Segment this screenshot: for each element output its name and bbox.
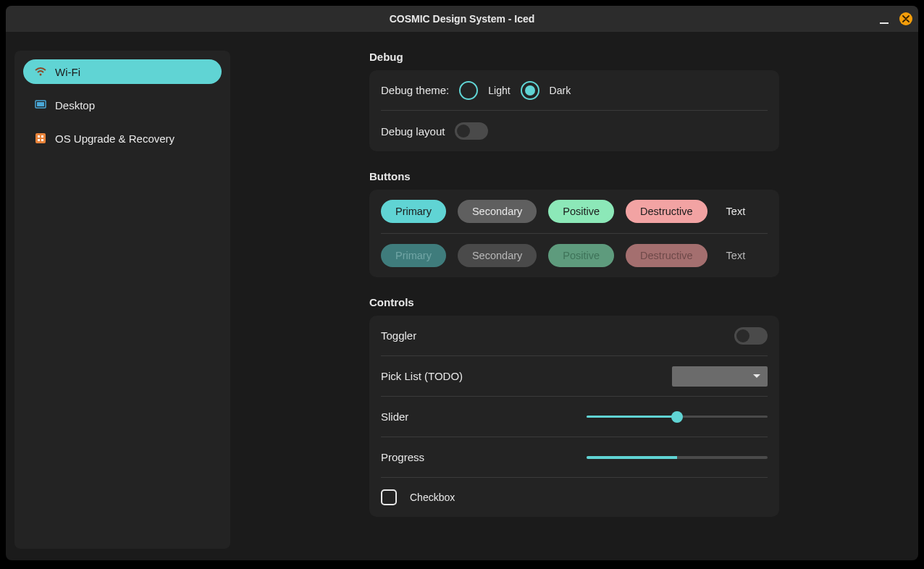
sidebar-item-label: OS Upgrade & Recovery [55, 132, 175, 145]
radio-dark[interactable] [521, 81, 539, 100]
positive-button[interactable]: Positive [548, 200, 614, 223]
main-content: Debug Debug theme: Light Dark Debug layo… [239, 51, 910, 549]
app-window: COSMIC Design System - Iced Wi-Fi [6, 6, 918, 560]
buttons-disabled-row: Primary Secondary Positive Destructive T… [381, 234, 768, 277]
progress-bar [587, 456, 768, 459]
toggler-toggle[interactable] [734, 327, 768, 345]
minimize-button[interactable] [878, 12, 891, 25]
picklist-label: Pick List (TODO) [381, 370, 463, 382]
radio-light-label: Light [488, 85, 510, 96]
checkbox-label: Checkbox [410, 492, 455, 503]
toggle-handle [457, 125, 470, 138]
text-button[interactable]: Text [719, 200, 753, 223]
progress-label: Progress [381, 451, 424, 463]
slider-row: Slider [381, 397, 768, 437]
sidebar-item-wifi[interactable]: Wi-Fi [23, 59, 222, 84]
sidebar-item-label: Desktop [55, 99, 95, 111]
primary-button-disabled: Primary [381, 244, 446, 267]
svg-rect-3 [35, 133, 46, 143]
svg-rect-6 [38, 139, 40, 141]
slider-label: Slider [381, 410, 408, 423]
destructive-button-disabled: Destructive [626, 244, 707, 267]
svg-rect-4 [38, 135, 40, 138]
app-body: Wi-Fi Desktop OS Upgrade & Recovery Debu… [6, 32, 918, 560]
text-button-disabled: Text [719, 244, 753, 267]
checkbox-row: Checkbox [381, 478, 768, 517]
slider[interactable] [587, 411, 768, 423]
minimize-icon [880, 22, 889, 24]
radio-light[interactable] [459, 81, 478, 100]
toggle-handle [736, 329, 749, 342]
destructive-button[interactable]: Destructive [626, 200, 707, 223]
section-title-controls: Controls [369, 296, 779, 308]
sidebar-item-label: Wi-Fi [55, 66, 80, 78]
controls-card: Toggler Pick List (TODO) Slider [369, 316, 779, 517]
debug-layout-toggle[interactable] [455, 122, 488, 140]
picklist-row: Pick List (TODO) [381, 356, 768, 397]
primary-button[interactable]: Primary [381, 200, 446, 223]
sidebar: Wi-Fi Desktop OS Upgrade & Recovery [14, 51, 230, 549]
buttons-card: Primary Secondary Positive Destructive T… [369, 190, 779, 277]
debug-layout-label: Debug layout [381, 125, 445, 138]
close-button[interactable] [899, 12, 912, 25]
debug-card: Debug theme: Light Dark Debug layout [369, 70, 779, 151]
progress-fill [587, 456, 677, 459]
debug-theme-label: Debug theme: [381, 84, 449, 96]
sidebar-item-desktop[interactable]: Desktop [23, 93, 222, 117]
toggler-row: Toggler [381, 316, 768, 356]
desktop-icon [35, 99, 46, 111]
section-title-debug: Debug [369, 51, 779, 63]
progress-row: Progress [381, 437, 768, 478]
radio-dark-label: Dark [550, 85, 571, 96]
svg-rect-2 [37, 102, 44, 106]
buttons-enabled-row: Primary Secondary Positive Destructive T… [381, 190, 768, 234]
chevron-down-icon [753, 374, 760, 378]
button-row-enabled: Primary Secondary Positive Destructive T… [381, 190, 752, 233]
titlebar: COSMIC Design System - Iced [6, 6, 918, 32]
slider-fill [587, 416, 677, 418]
window-controls [878, 6, 912, 32]
window-title: COSMIC Design System - Iced [390, 13, 535, 25]
svg-point-0 [40, 74, 42, 76]
debug-layout-row: Debug layout [381, 111, 768, 151]
slider-thumb [671, 411, 683, 423]
debug-theme-row: Debug theme: Light Dark [381, 70, 768, 111]
picklist-select[interactable] [672, 366, 768, 387]
svg-rect-5 [41, 135, 43, 138]
sidebar-item-recovery[interactable]: OS Upgrade & Recovery [23, 126, 222, 151]
secondary-button-disabled: Secondary [458, 244, 537, 267]
close-icon [902, 15, 910, 22]
secondary-button[interactable]: Secondary [458, 200, 537, 223]
toggler-label: Toggler [381, 329, 416, 342]
recovery-icon [35, 132, 46, 144]
button-row-disabled: Primary Secondary Positive Destructive T… [381, 234, 752, 277]
svg-rect-7 [41, 139, 43, 141]
checkbox[interactable] [381, 489, 397, 505]
positive-button-disabled: Positive [548, 244, 614, 267]
section-title-buttons: Buttons [369, 170, 779, 182]
wifi-icon [35, 66, 46, 77]
